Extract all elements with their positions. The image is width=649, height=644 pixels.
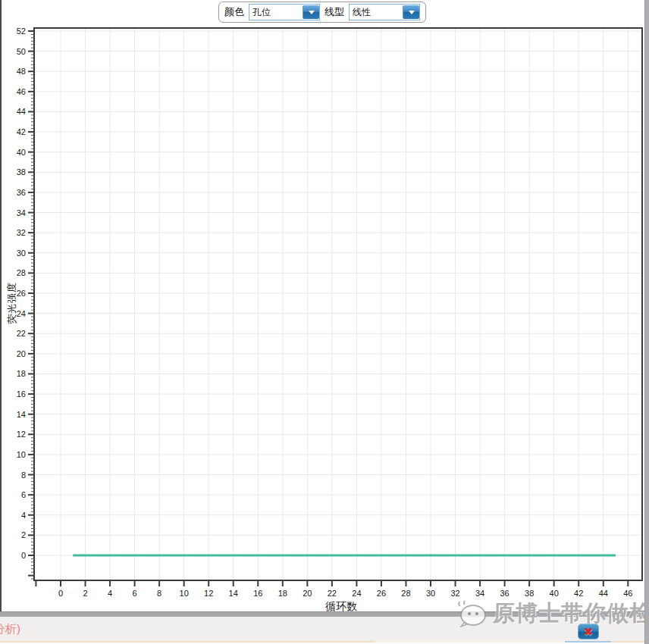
svg-text:40: 40 — [550, 589, 559, 598]
svg-text:0: 0 — [58, 589, 63, 598]
svg-text:18: 18 — [17, 369, 26, 378]
svg-text:20: 20 — [303, 589, 312, 598]
svg-text:30: 30 — [17, 249, 26, 258]
svg-text:2: 2 — [83, 589, 87, 598]
svg-text:42: 42 — [17, 127, 26, 136]
svg-text:38: 38 — [17, 167, 26, 177]
svg-text:4: 4 — [21, 511, 26, 520]
svg-text:16: 16 — [17, 389, 26, 399]
svg-text:24: 24 — [352, 589, 361, 598]
svg-text:46: 46 — [17, 87, 26, 96]
svg-text:30: 30 — [426, 589, 435, 598]
svg-text:44: 44 — [599, 589, 608, 598]
svg-text:28: 28 — [17, 268, 26, 277]
svg-text:6: 6 — [21, 490, 26, 499]
svg-text:6: 6 — [133, 589, 137, 598]
svg-text:46: 46 — [623, 589, 632, 598]
svg-text:8: 8 — [21, 470, 26, 480]
svg-text:40: 40 — [17, 148, 26, 157]
svg-text:36: 36 — [500, 589, 509, 598]
delete-icon: ✖ — [584, 626, 594, 637]
y-axis-label: 荧光强度 — [5, 282, 19, 324]
window-right-edge — [644, 0, 649, 644]
svg-text:32: 32 — [17, 228, 26, 237]
svg-text:50: 50 — [17, 47, 26, 56]
svg-text:34: 34 — [17, 208, 26, 217]
svg-text:10: 10 — [180, 589, 189, 598]
svg-text:36: 36 — [17, 188, 26, 197]
svg-text:52: 52 — [17, 27, 26, 36]
amplification-chart: 0246810121416182022242628303234363840424… — [0, 0, 649, 614]
svg-text:18: 18 — [278, 589, 287, 598]
status-text-truncated: 分析) — [0, 622, 20, 636]
svg-text:20: 20 — [17, 349, 26, 358]
svg-text:26: 26 — [377, 589, 386, 598]
svg-text:14: 14 — [229, 589, 238, 598]
svg-text:32: 32 — [450, 589, 459, 598]
svg-text:34: 34 — [475, 589, 484, 598]
svg-text:22: 22 — [17, 329, 26, 338]
svg-text:8: 8 — [157, 589, 161, 598]
svg-text:44: 44 — [17, 107, 26, 116]
svg-text:14: 14 — [17, 410, 26, 419]
application-window: 颜色 孔位 线型 线性 0246810121416182022242628303… — [0, 0, 649, 644]
svg-text:28: 28 — [401, 589, 410, 598]
svg-text:10: 10 — [17, 450, 26, 459]
svg-text:48: 48 — [17, 67, 26, 76]
svg-text:12: 12 — [204, 589, 213, 598]
svg-text:4: 4 — [108, 589, 112, 598]
svg-text:22: 22 — [328, 589, 337, 598]
svg-text:16: 16 — [253, 589, 262, 598]
svg-text:12: 12 — [17, 430, 26, 439]
svg-text:42: 42 — [574, 589, 583, 598]
svg-text:0: 0 — [21, 551, 26, 560]
svg-text:2: 2 — [21, 530, 26, 539]
status-bar: 分析) — [0, 617, 645, 641]
svg-text:38: 38 — [525, 589, 534, 598]
delete-button[interactable]: ✖ — [578, 624, 599, 639]
